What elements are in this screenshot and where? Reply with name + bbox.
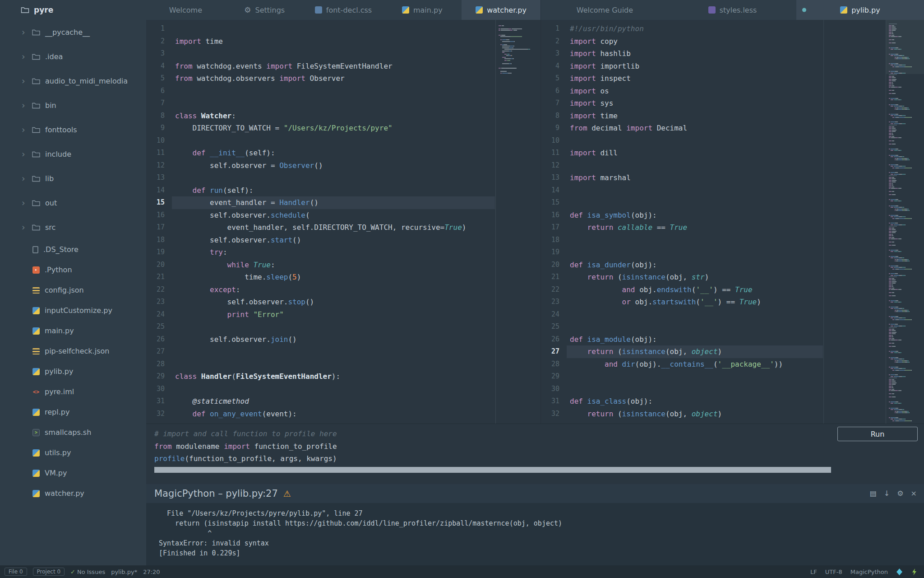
tab-main-py[interactable]: main.py — [383, 0, 462, 20]
code-line[interactable]: 32 return (isinstance(obj, object) — [541, 408, 924, 420]
code-line[interactable]: 7import sys — [541, 97, 924, 110]
code-line[interactable]: 16def isa_symbol(obj): — [541, 209, 924, 222]
tab-font-decl-css[interactable]: font-decl.css — [304, 0, 383, 20]
code-line[interactable]: 29 — [541, 370, 924, 383]
tab-pylib-py[interactable]: pylib.py — [796, 0, 924, 20]
code-line[interactable]: 29class Handler(FileSystemEventHandler): — [146, 370, 541, 383]
code-line[interactable]: 2import copy — [541, 35, 924, 48]
code-line[interactable]: 25 — [146, 321, 541, 333]
code-line[interactable]: 6 — [146, 85, 541, 98]
code-line[interactable]: 15 — [541, 196, 924, 209]
code-line[interactable]: 22 and obj.endswith('__') == True — [541, 284, 924, 296]
code-line[interactable]: 17 event_handler, self.DIRECTORY_TO_WATC… — [146, 221, 541, 234]
code-line[interactable]: 8class Watcher: — [146, 110, 541, 122]
sidebar-file-vm-py[interactable]: VM.py — [0, 463, 146, 483]
code-line[interactable]: 13import marshal — [541, 172, 924, 184]
sidebar-folder-pycache[interactable]: ›__pycache__ — [0, 20, 146, 44]
code-line[interactable]: 2import time — [146, 35, 541, 48]
code-line[interactable]: 25 — [541, 321, 924, 333]
code-line[interactable]: 27 — [146, 345, 541, 358]
code-line[interactable]: 23 self.observer.stop() — [146, 296, 541, 308]
code-line[interactable]: 10 — [146, 135, 541, 147]
issues-status[interactable]: ✓No Issues — [70, 569, 105, 575]
code-line[interactable]: 13 — [146, 172, 541, 184]
code-line[interactable]: 24 print "Error" — [146, 308, 541, 321]
sidebar-file-config-json[interactable]: config.json — [0, 280, 146, 300]
sidebar-file-python[interactable]: ▸.Python — [0, 260, 146, 280]
sidebar-file-repl-py[interactable]: repl.py — [0, 402, 146, 422]
tab-watcher-py[interactable]: watcher.py — [462, 0, 541, 20]
code-line[interactable]: 12 — [541, 159, 924, 172]
code-line[interactable]: 19 — [541, 246, 924, 259]
sidebar-folder-fonttools[interactable]: ›fonttools — [0, 117, 146, 142]
code-line[interactable]: 17 return callable == True — [541, 221, 924, 234]
code-line[interactable]: 26def isa_module(obj): — [541, 333, 924, 346]
code-line[interactable]: 31def isa_class(obj): — [541, 395, 924, 408]
encoding-indicator[interactable]: UTF-8 — [825, 569, 842, 575]
code-line[interactable]: 3 — [146, 47, 541, 60]
tab-styles-less[interactable]: styles.less — [669, 0, 796, 20]
code-line[interactable]: 16 self.observer.schedule( — [146, 209, 541, 222]
sidebar-file-utils-py[interactable]: utils.py — [0, 443, 146, 463]
minimap[interactable] — [886, 20, 924, 424]
code-line[interactable]: 14 — [541, 184, 924, 197]
code-line[interactable]: 4import importlib — [541, 60, 924, 73]
code-line[interactable]: 28 — [146, 358, 541, 371]
code-line[interactable]: 5import inspect — [541, 72, 924, 85]
code-line[interactable]: 30 — [146, 383, 541, 396]
sidebar-folder-bin[interactable]: ›bin — [0, 93, 146, 117]
code-line[interactable]: 31 @staticmethod — [146, 395, 541, 408]
code-line[interactable]: 32 def on_any_event(event): — [146, 408, 541, 420]
code-line[interactable]: 15 event_handler = Handler() — [146, 196, 541, 209]
sidebar-file-pip-selfcheck-json[interactable]: pip-selfcheck.json — [0, 341, 146, 361]
code-line[interactable]: 10 — [541, 135, 924, 147]
code-line[interactable]: 11import dill — [541, 147, 924, 159]
repl-panel[interactable]: # import and call function to profile he… — [146, 424, 924, 484]
plugin-icon-cyan[interactable] — [896, 569, 903, 575]
code-line[interactable]: 24 — [541, 308, 924, 321]
code-line[interactable]: 20def isa_dunder(obj): — [541, 259, 924, 271]
editor-pane-watcher[interactable]: 12import time34from watchdog.events impo… — [146, 20, 541, 424]
sidebar-file-main-py[interactable]: main.py — [0, 321, 146, 341]
code-line[interactable]: 26 self.observer.join() — [146, 333, 541, 346]
code-line[interactable]: 9 DIRECTORY_TO_WATCH = "/Users/kz/Projec… — [146, 122, 541, 135]
code-line[interactable]: 5from watchdog.observers import Observer — [146, 72, 541, 85]
download-icon[interactable]: ↓ — [884, 490, 890, 497]
code-line[interactable]: 1 — [146, 23, 541, 35]
editor-pane-pylib[interactable]: 1#!/usr/bin/python2import copy3import ha… — [541, 20, 924, 424]
code-line[interactable]: 23 or obj.startswith('__') == True) — [541, 296, 924, 308]
sidebar-file-pylib-py[interactable]: pylib.py — [0, 361, 146, 382]
code-line[interactable]: 21 time.sleep(5) — [146, 271, 541, 284]
code-line[interactable]: 3import hashlib — [541, 47, 924, 60]
sidebar-file-inputcustomize-py[interactable]: inputCustomize.py — [0, 300, 146, 321]
project-filter-badge[interactable]: Project 0 — [33, 568, 65, 576]
code-line[interactable]: 7 — [146, 97, 541, 110]
sidebar-folder-include[interactable]: ›include — [0, 142, 146, 166]
sidebar-folder-idea[interactable]: ›.idea — [0, 44, 146, 69]
code-line[interactable]: 1#!/usr/bin/python — [541, 23, 924, 35]
sidebar-file-smallcaps-sh[interactable]: >smallcaps.sh — [0, 422, 146, 443]
code-line[interactable]: 18 self.observer.start() — [146, 234, 541, 247]
code-line[interactable]: 9from decimal import Decimal — [541, 122, 924, 135]
sidebar-folder-lib[interactable]: ›lib — [0, 166, 146, 191]
sidebar-folder-audio-to-midi-melodia[interactable]: ›audio_to_midi_melodia — [0, 69, 146, 93]
output-settings-icon[interactable]: ⚙ — [897, 490, 903, 497]
code-line[interactable]: 21 return (isinstance(obj, str) — [541, 271, 924, 284]
file-filter-badge[interactable]: File 0 — [5, 568, 27, 576]
code-line[interactable]: 19 try: — [146, 246, 541, 259]
minimap[interactable] — [495, 20, 541, 424]
code-line[interactable]: 4from watchdog.events import FileSystemE… — [146, 60, 541, 73]
line-ending-indicator[interactable]: LF — [810, 569, 817, 575]
code-line[interactable]: 22 except: — [146, 284, 541, 296]
code-line[interactable]: 18 — [541, 234, 924, 247]
sidebar-file-watcher-py[interactable]: watcher.py — [0, 483, 146, 503]
close-panel-icon[interactable]: × — [911, 490, 917, 497]
syntax-mode-indicator[interactable]: MagicPython — [850, 569, 888, 575]
code-line[interactable]: 11 def __init__(self): — [146, 147, 541, 159]
tab-settings[interactable]: ⚙Settings — [225, 0, 304, 20]
plugin-icon-green[interactable] — [911, 569, 918, 575]
sidebar-folder-src[interactable]: ›src — [0, 215, 146, 239]
sidebar-file-ds-store[interactable]: .DS_Store — [0, 239, 146, 260]
tab-welcome-guide[interactable]: Welcome Guide — [541, 0, 669, 20]
log-list-icon[interactable]: ▤ — [870, 490, 877, 497]
